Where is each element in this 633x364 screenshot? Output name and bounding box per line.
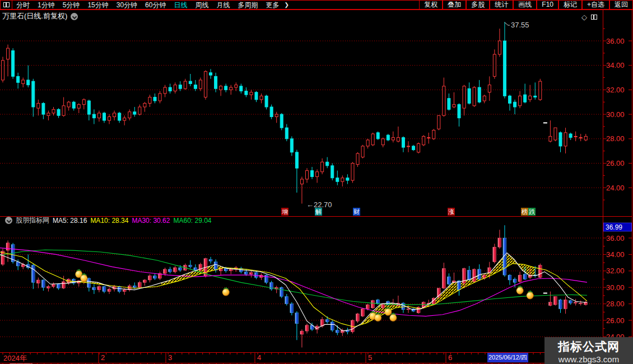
period-tab-更多[interactable]: 更多 [262, 1, 283, 10]
candle-body [468, 88, 471, 103]
candle-body [417, 144, 420, 152]
candle-body [473, 269, 476, 282]
candle-body [57, 284, 60, 288]
candle-body [569, 134, 572, 138]
candle-body [189, 265, 192, 267]
candle-body [478, 87, 481, 102]
axis-label: 26.00 [606, 159, 625, 167]
period-tab-多周期[interactable]: 多周期 [234, 1, 262, 10]
toolbar-button-画线[interactable]: 画线 [513, 0, 537, 10]
candle-body [97, 113, 100, 118]
candle-body [529, 96, 532, 100]
candle-body [498, 41, 501, 54]
page-title: 万里石(日线.前复权) [2, 11, 67, 21]
candle-body [321, 162, 324, 171]
event-badge-增[interactable]: 增 [281, 208, 288, 216]
candle-body [189, 81, 192, 83]
date-label-4: 4 [257, 353, 261, 362]
candle-body [584, 136, 587, 140]
candle-body [265, 96, 268, 107]
toolbar-button-标记[interactable]: 标记 [558, 0, 582, 10]
axis-label: 32.00 [606, 86, 625, 94]
candle-body [554, 128, 557, 140]
candle-body [7, 48, 10, 59]
candle-body [184, 81, 187, 88]
candle-body [164, 269, 167, 273]
axis-label: 32.00 [606, 267, 625, 275]
candle-body [295, 152, 298, 168]
chart-canvas[interactable]: 36.0036.0034.0034.0032.0032.0030.0030.00… [0, 0, 633, 364]
candle-body [341, 178, 344, 182]
period-tab-15分钟[interactable]: 15分钟 [83, 1, 112, 10]
toolbar-button-+自选[interactable]: +自选 [582, 0, 609, 10]
candle-body [153, 276, 157, 278]
candle-body [169, 87, 171, 91]
candle-body [574, 136, 577, 137]
period-tab-30分钟[interactable]: 30分钟 [113, 1, 141, 10]
event-badge-解[interactable]: 解 [315, 208, 322, 216]
toolbar-button-复权[interactable]: 复权 [419, 0, 443, 10]
candle-body [230, 87, 232, 90]
date-label-2: 2 [101, 353, 105, 362]
split-panel-icon[interactable] [591, 15, 597, 20]
candle-body [138, 107, 141, 114]
period-tab-分时[interactable]: 分时 [12, 1, 34, 10]
date-label-2024年: 2024年 [3, 353, 27, 363]
candle-body [392, 138, 394, 140]
candle-body [336, 178, 339, 182]
ma30-value: MA30: 30.62 [132, 217, 170, 225]
candle-body [118, 113, 121, 120]
candle-body [52, 284, 55, 286]
event-badge-榜[interactable]: 榜 [521, 208, 528, 216]
event-badge-财[interactable]: 财 [353, 208, 360, 216]
toolbar-button-返回[interactable]: 返回 [609, 0, 633, 10]
candle-body [174, 268, 177, 272]
toolbar-button-F10[interactable]: F10 [537, 0, 558, 10]
event-badge-跌[interactable]: 跌 [528, 208, 536, 216]
period-tab-月线[interactable]: 月线 [212, 1, 234, 10]
candle-body [235, 85, 238, 87]
candle-body [270, 107, 273, 116]
candle-body [36, 280, 40, 283]
candle-body [493, 247, 496, 262]
toolbar-button-统计[interactable]: 统计 [490, 0, 513, 10]
candle-body [62, 282, 66, 288]
toolbar-button-多股[interactable]: 多股 [466, 0, 490, 10]
candle-body [174, 85, 176, 91]
watermark-title: 指标公式网 [544, 339, 633, 354]
diamond-icon[interactable]: ◇ [581, 13, 587, 21]
period-tab-5分钟[interactable]: 5分钟 [59, 1, 84, 10]
more-arrow-icon[interactable]: ❯ [283, 2, 290, 8]
event-badge-涨[interactable]: 涨 [448, 208, 455, 216]
candle-body [336, 330, 339, 333]
candle-body [92, 114, 95, 118]
date-label-5: 5 [368, 353, 372, 362]
candle-body [493, 54, 496, 76]
candle-body [210, 73, 212, 75]
date-label-6: 6 [448, 353, 452, 362]
period-tab-60分钟[interactable]: 60分钟 [141, 1, 170, 10]
period-tab-1分钟[interactable]: 1分钟 [34, 1, 59, 10]
indicator-expander-icon[interactable] [5, 217, 12, 224]
candle-body [397, 138, 399, 142]
gold-ball-marker [527, 290, 534, 299]
title-expander-icon[interactable] [71, 13, 78, 20]
candle-body [356, 314, 360, 321]
candle-body [387, 135, 389, 140]
period-tab-日线[interactable]: 日线 [170, 1, 191, 10]
toolbar-button-叠加[interactable]: 叠加 [443, 0, 466, 10]
watermark: 指标公式网 www.zbgs3.com [544, 337, 633, 364]
candle-body [260, 96, 263, 100]
candle-body [538, 265, 542, 278]
candle-body [245, 91, 248, 95]
candle-body [32, 81, 35, 107]
period-tab-周线[interactable]: 周线 [191, 1, 212, 10]
candle-body [569, 301, 573, 303]
candle-body [427, 138, 430, 138]
candle-body [42, 103, 45, 114]
candle-body [250, 92, 253, 95]
window-layout-button[interactable] [0, 0, 12, 10]
candle-body [407, 309, 410, 310]
candle-body [346, 178, 349, 180]
candle-body [72, 102, 75, 108]
